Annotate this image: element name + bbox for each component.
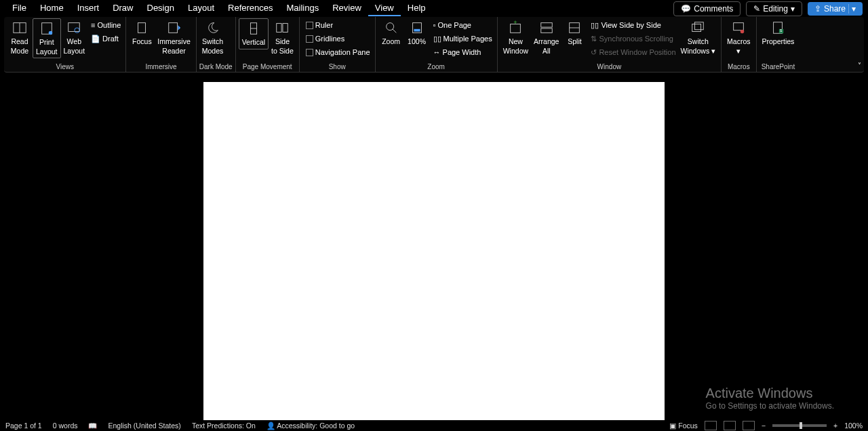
comments-button[interactable]: 💬 Comments [673,1,741,16]
svg-rect-15 [414,29,420,32]
split-button[interactable]: Split [561,18,587,48]
page-width-label: Page Width [443,48,481,56]
read-mode-icon [12,20,28,36]
zoom-icon [383,20,399,36]
print-layout-view-button[interactable] [724,421,736,430]
tab-view[interactable]: View [368,1,401,16]
watermark-subtitle: Go to Settings to activate Windows. [706,401,834,411]
tab-draw[interactable]: Draw [106,1,140,16]
zoom-level-status[interactable]: 100% [844,422,863,430]
focus-label: Focus [132,37,152,47]
read-mode-view-button[interactable] [705,421,717,430]
web-layout-button[interactable]: WebLayout [61,18,88,57]
tab-insert[interactable]: Insert [71,1,106,16]
switch-modes-button[interactable]: SwitchModes [199,18,226,57]
focus-mode-button[interactable]: ▣ Focus [669,422,698,430]
tabs-left: File Home Insert Draw Design Layout Refe… [5,1,433,16]
svg-rect-23 [695,22,704,30]
draft-label: Draft [102,35,119,43]
group-macros: Macros▾ Macros [722,17,756,72]
svg-line-13 [392,29,396,33]
reset-window-position-label: Reset Window Position [599,48,675,56]
gridlines-checkbox[interactable]: Gridlines [304,32,372,45]
zoom-group-label: Zoom [378,63,494,72]
chevron-down-icon: ▾ [711,47,715,55]
page-width-icon: ↔ [433,48,441,56]
checkbox-icon [306,49,313,56]
side-to-side-button[interactable]: Sideto Side [269,18,296,57]
document-page[interactable] [203,82,665,420]
synchronous-scrolling-label: Synchronous Scrolling [599,35,673,43]
side-to-side-icon [274,20,290,36]
checkbox-icon [306,22,313,29]
svg-rect-10 [277,24,281,33]
tab-home[interactable]: Home [33,1,71,16]
tab-help[interactable]: Help [401,1,433,16]
ruler-checkbox[interactable]: Ruler [304,18,372,32]
group-views: ReadMode PrintLayout WebLayout ≡ Outline… [4,17,126,72]
print-layout-icon [39,20,55,37]
zoom-100-button[interactable]: 100% [404,18,430,48]
zoom-slider[interactable] [772,424,827,427]
svg-rect-22 [692,24,701,32]
tab-file[interactable]: File [5,1,33,16]
page-width-button[interactable]: ↔Page Width [431,45,494,59]
view-side-by-side-button[interactable]: ▯▯View Side by Side [589,18,677,32]
zoom-button[interactable]: Zoom [378,18,404,48]
arrange-all-button[interactable]: ArrangeAll [531,18,561,57]
language-status[interactable]: English (United States) [108,422,180,430]
group-zoom: Zoom 100% ▫One Page ▯▯Multiple Pages ↔Pa… [376,17,498,72]
side-by-side-icon: ▯▯ [591,21,599,30]
accessibility-icon: 👤 [267,422,275,430]
tab-mailings[interactable]: Mailings [280,1,326,16]
collapse-ribbon-button[interactable]: ˅ [858,62,861,69]
group-page-movement: Vertical Sideto Side Page Movement [236,17,300,72]
outline-label: Outline [97,21,121,29]
navigation-pane-checkbox[interactable]: Navigation Pane [304,45,372,59]
ribbon: ReadMode PrintLayout WebLayout ≡ Outline… [4,17,864,73]
tab-design[interactable]: Design [140,1,181,16]
arrange-all-label: ArrangeAll [534,37,559,56]
multiple-pages-button[interactable]: ▯▯Multiple Pages [431,32,494,45]
draft-button[interactable]: 📄 Draft [89,32,123,45]
word-count-status[interactable]: 0 words [53,422,78,430]
tab-layout[interactable]: Layout [181,1,221,16]
focus-button[interactable]: Focus [129,18,155,48]
svg-rect-19 [540,28,552,33]
share-button[interactable]: ⇪ Share ▾ [808,2,863,16]
immersive-reader-button[interactable]: ImmersiveReader [155,18,193,57]
arrange-all-icon [538,20,555,36]
new-window-button[interactable]: + NewWindow [500,18,531,57]
properties-button[interactable]: S Properties [760,18,797,48]
macros-button[interactable]: Macros▾ [724,18,753,57]
web-layout-view-button[interactable] [743,421,755,430]
switch-windows-button[interactable]: SwitchWindows ▾ [678,18,719,57]
group-immersive: Focus ImmersiveReader Immersive [126,17,196,72]
zoom-out-button[interactable]: − [762,422,766,430]
zoom-in-button[interactable]: + [833,422,837,430]
window-group-label: Window [500,63,718,72]
ruler-label: Ruler [315,21,333,29]
moon-icon [205,20,221,36]
spelling-icon[interactable]: 📖 [88,422,97,430]
one-page-icon: ▫ [433,21,436,29]
split-icon [566,20,583,36]
outline-button[interactable]: ≡ Outline [89,18,123,32]
read-mode-button[interactable]: ReadMode [7,18,33,57]
outline-icon: ≡ [91,21,95,29]
text-predictions-status[interactable]: Text Predictions: On [192,422,256,430]
accessibility-status[interactable]: 👤 Accessibility: Good to go [267,422,355,430]
tab-references[interactable]: References [221,1,279,16]
print-layout-button[interactable]: PrintLayout [33,18,61,58]
comment-icon: 💬 [681,4,691,14]
page-number-status[interactable]: Page 1 of 1 [5,422,42,430]
tab-review[interactable]: Review [326,1,368,16]
vertical-button[interactable]: Vertical [239,18,269,49]
svg-rect-11 [283,24,288,33]
focus-icon: ▣ [669,422,676,430]
share-icon: ⇪ [814,4,821,14]
one-page-button[interactable]: ▫One Page [431,18,494,32]
multiple-pages-label: Multiple Pages [443,35,492,43]
editing-button[interactable]: ✎ Editing ▾ [746,1,802,16]
navigation-pane-label: Navigation Pane [315,48,370,56]
